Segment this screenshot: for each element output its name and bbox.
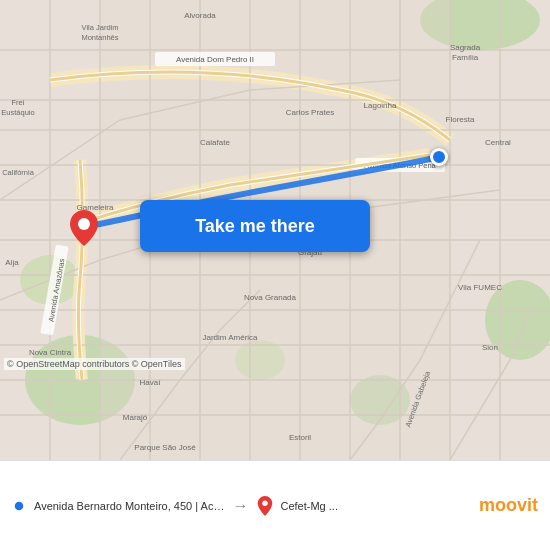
to-address: Cefet-Mg ... [281, 500, 472, 512]
svg-text:Estoril: Estoril [289, 433, 311, 442]
svg-text:Parque São José: Parque São José [134, 443, 196, 452]
svg-text:Marajó: Marajó [123, 413, 148, 422]
moovit-logo-text: moovit [479, 495, 538, 516]
svg-text:Sion: Sion [482, 343, 498, 352]
from-location: Avenida Bernardo Monteiro, 450 | Ace... [34, 500, 225, 512]
from-dot-icon [12, 499, 26, 513]
svg-text:Montanhês: Montanhês [81, 33, 118, 42]
svg-point-63 [14, 501, 24, 511]
svg-text:Frei: Frei [12, 98, 25, 107]
svg-text:Alvorada: Alvorada [184, 11, 216, 20]
direction-arrow: → [233, 497, 249, 515]
svg-text:Havaí: Havaí [140, 378, 162, 387]
svg-text:Vila Jardim: Vila Jardim [82, 23, 119, 32]
to-pin-icon [257, 496, 273, 516]
svg-text:Calafate: Calafate [200, 138, 230, 147]
svg-text:Eustáquio: Eustáquio [1, 108, 34, 117]
svg-point-62 [78, 218, 90, 230]
destination-marker [70, 210, 98, 250]
bottom-bar: Avenida Bernardo Monteiro, 450 | Ace... … [0, 460, 550, 550]
to-location: Cefet-Mg ... [281, 500, 472, 512]
svg-text:Família: Família [452, 53, 479, 62]
svg-text:Central: Central [485, 138, 511, 147]
svg-text:Floresta: Floresta [446, 115, 475, 124]
svg-text:Sagrada: Sagrada [450, 43, 481, 52]
map-attribution: © OpenStreetMap contributors © OpenTiles [4, 358, 185, 370]
svg-text:Lagoinha: Lagoinha [364, 101, 397, 110]
svg-text:Nova Granada: Nova Granada [244, 293, 297, 302]
svg-text:Carlos Prates: Carlos Prates [286, 108, 334, 117]
take-me-there-label: Take me there [195, 216, 315, 237]
svg-text:Califórnia: Califórnia [2, 168, 35, 177]
svg-text:Avenida Dom Pedro II: Avenida Dom Pedro II [176, 55, 254, 64]
take-me-there-button[interactable]: Take me there [140, 200, 370, 252]
svg-point-64 [262, 500, 267, 505]
svg-text:Nova Cintra: Nova Cintra [29, 348, 72, 357]
svg-text:Vila FUMEC: Vila FUMEC [458, 283, 502, 292]
from-address: Avenida Bernardo Monteiro, 450 | Ace... [34, 500, 225, 512]
svg-text:Jardim América: Jardim América [202, 333, 258, 342]
moovit-logo: moovit [479, 495, 538, 516]
origin-marker [430, 148, 448, 166]
map-container: Avenida Dom Pedro II Avenida Afonso Pena… [0, 0, 550, 460]
svg-text:Alja: Alja [5, 258, 19, 267]
